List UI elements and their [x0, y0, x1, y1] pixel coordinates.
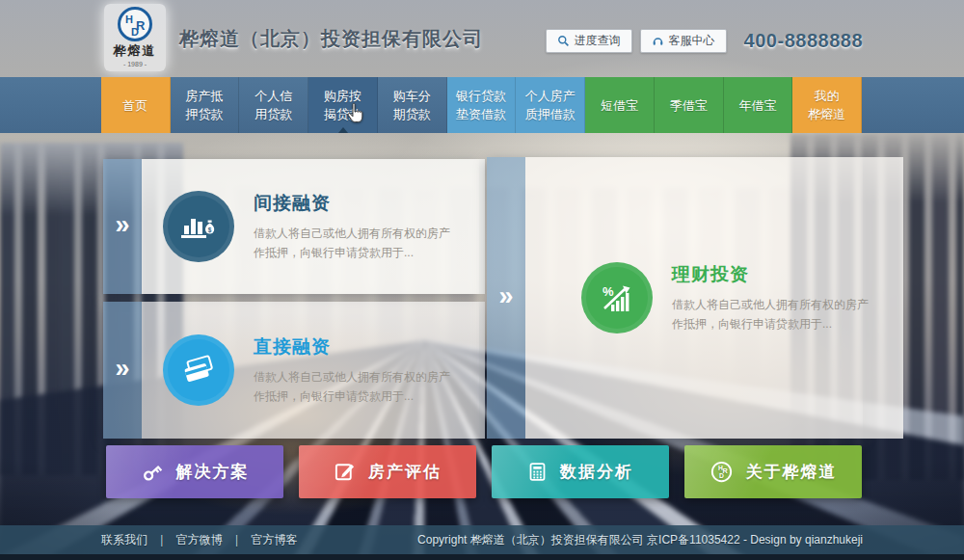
- about-company-button[interactable]: H R D 关于桦熔道: [684, 445, 862, 498]
- property-appraisal-button[interactable]: 房产评估: [299, 445, 476, 498]
- card-arrow-strip[interactable]: »: [103, 159, 142, 294]
- svg-text:D: D: [718, 472, 725, 479]
- desc-line: 作抵押，向银行申请贷款用于...: [254, 389, 414, 403]
- nav-item-short-term-bao[interactable]: 短借宝: [585, 77, 655, 133]
- card-description: 借款人将自己或他人拥有所有权的房产 作抵押，向银行申请贷款用于...: [672, 295, 903, 333]
- card-arrow-strip[interactable]: »: [103, 302, 142, 439]
- nav-label: 季借宝: [670, 96, 708, 115]
- calculator-icon: [527, 461, 548, 483]
- homepage: H R D 桦熔道 - 1989 - 桦熔道（北京）投资担保有限公司 进度查询 …: [0, 0, 964, 560]
- header: H R D 桦熔道 - 1989 - 桦熔道（北京）投资担保有限公司 进度查询 …: [0, 0, 964, 77]
- footer-separator: ｜: [231, 532, 243, 548]
- desc-line: 作抵押，向银行申请贷款用于...: [254, 246, 414, 259]
- nav-label: 年借宝: [738, 96, 776, 115]
- card-text: 理财投资 借款人将自己或他人拥有所有权的房产 作抵押，向银行申请贷款用于...: [672, 262, 903, 333]
- data-analysis-button[interactable]: 数据分析: [492, 445, 669, 498]
- bar-chart-money-icon: $: [163, 191, 234, 262]
- solutions-button[interactable]: 解决方案: [106, 445, 283, 498]
- nav-item-bank-bridge-loan[interactable]: 银行贷款 垫资借款: [447, 77, 517, 133]
- quick-action-row: 解决方案 房产评估 数据分析 H: [106, 445, 862, 498]
- header-actions: 进度查询 客服中心 400-8888888: [546, 29, 863, 53]
- logo-letter-h: H: [125, 14, 133, 25]
- copyright-text: Copyright 桦熔道（北京）投资担保有限公司 京ICP备11035422 …: [417, 532, 863, 548]
- svg-text:$: $: [208, 227, 212, 234]
- direct-financing-card[interactable]: » 直接融资 借款人将自己或他人拥有所有权的房产: [103, 302, 479, 439]
- action-label: 房产评估: [368, 461, 442, 483]
- logo-year: - 1989 -: [123, 61, 147, 67]
- nav-item-home[interactable]: 首页: [101, 77, 171, 133]
- logo-letter-d: D: [131, 27, 139, 38]
- card-title[interactable]: 直接融资: [254, 334, 485, 360]
- footer-separator: ｜: [156, 532, 168, 548]
- action-label: 解决方案: [176, 461, 250, 483]
- nav-label: 首页: [122, 96, 147, 115]
- nav-item-property-mortgage-loan[interactable]: 房产抵 押贷款: [171, 77, 240, 133]
- desc-line: 作抵押，向银行申请贷款用于...: [672, 317, 832, 331]
- nav-item-home-purchase-loan[interactable]: 购房按 揭贷款: [308, 77, 378, 133]
- pencil-square-icon: [334, 461, 356, 483]
- card-description: 借款人将自己或他人拥有所有权的房产 作抵押，向银行申请贷款用于...: [254, 367, 485, 406]
- chevron-right-icon: »: [115, 212, 129, 242]
- main-navigation: 首页 房产抵 押贷款 个人信 用贷款 购房按 揭贷款 购车分 期贷款 银行贷款 …: [0, 77, 964, 133]
- nav-label: 垫资借款: [456, 105, 506, 123]
- desc-line: 借款人将自己或他人拥有所有权的房产: [672, 298, 869, 311]
- desc-line: 借款人将自己或他人拥有所有权的房产: [254, 370, 450, 384]
- nav-item-personal-credit-loan[interactable]: 个人信 用贷款: [239, 77, 308, 133]
- card-description: 借款人将自己或他人拥有所有权的房产 作抵押，向银行申请贷款用于...: [254, 224, 485, 262]
- investment-card[interactable]: » % 理财投资 借款人将自己或他人: [487, 157, 863, 439]
- cursor-hand-icon: [345, 102, 366, 125]
- nav-item-my-account[interactable]: 我的 桦熔道: [792, 77, 862, 133]
- finance-panel: » $ 间接融资 借款人将自: [103, 159, 479, 439]
- card-body: $ 间接融资 借款人将自己或他人拥有所有权的房产 作抵押，向银行申请贷款用于..…: [142, 159, 485, 294]
- nav-label: 个人房产: [525, 87, 576, 105]
- service-center-label: 客服中心: [669, 33, 715, 49]
- footer: 联系我们 ｜ 官方微博 ｜ 官方博客 Copyright 桦熔道（北京）投资担保…: [0, 525, 964, 554]
- nav-label: 购车分: [393, 87, 431, 105]
- nav-label: 我的: [815, 87, 840, 105]
- nav-label: 桦熔道: [808, 105, 845, 123]
- nav-item-property-pledge-loan[interactable]: 个人房产 质押借款: [516, 77, 585, 133]
- chevron-right-icon: »: [498, 283, 513, 313]
- credit-cards-icon: [163, 334, 234, 406]
- card-body: 直接融资 借款人将自己或他人拥有所有权的房产 作抵押，向银行申请贷款用于...: [142, 302, 485, 439]
- card-text: 直接融资 借款人将自己或他人拥有所有权的房产 作抵押，向银行申请贷款用于...: [254, 334, 485, 406]
- progress-query-button[interactable]: 进度查询: [546, 29, 632, 53]
- nav-item-car-installment-loan[interactable]: 购车分 期贷款: [378, 77, 447, 133]
- indirect-financing-card[interactable]: » $ 间接融资 借款人将自: [103, 159, 479, 294]
- chevron-right-icon: »: [115, 356, 129, 386]
- desc-line: 借款人将自己或他人拥有所有权的房产: [254, 227, 450, 240]
- nav-item-annual-bao[interactable]: 年借宝: [724, 77, 793, 133]
- card-body: % 理财投资 借款人将自己或他人拥有所有权的房产 作抵押，向银行申请贷款用于..…: [525, 157, 903, 439]
- hrd-monogram-icon: H R D: [118, 7, 152, 41]
- nav-label: 期贷款: [393, 105, 431, 123]
- nav-label: 押贷款: [186, 105, 224, 123]
- page-title: 桦熔道（北京）投资担保有限公司: [179, 26, 483, 52]
- footer-link-official-blog[interactable]: 官方博客: [252, 532, 298, 548]
- hrd-logo-icon: H R D: [710, 460, 734, 484]
- nav-label: 个人信: [254, 87, 292, 105]
- card-title[interactable]: 理财投资: [672, 262, 903, 287]
- bottom-strip: [0, 554, 964, 560]
- nav-items: 首页 房产抵 押贷款 个人信 用贷款 购房按 揭贷款 购车分 期贷款 银行贷款 …: [101, 77, 862, 133]
- card-text: 间接融资 借款人将自己或他人拥有所有权的房产 作抵押，向银行申请贷款用于...: [254, 191, 485, 262]
- nav-label: 短借宝: [601, 96, 638, 115]
- key-icon: [141, 461, 164, 484]
- action-label: 数据分析: [560, 461, 633, 483]
- nav-item-quarterly-bao[interactable]: 季借宝: [655, 77, 724, 133]
- nav-label: 质押借款: [525, 105, 576, 123]
- footer-links: 联系我们 ｜ 官方微博 ｜ 官方博客: [101, 532, 298, 548]
- logo-name: 桦熔道: [114, 42, 157, 60]
- svg-text:%: %: [602, 284, 614, 299]
- footer-link-contact-us[interactable]: 联系我们: [101, 532, 147, 548]
- nav-label: 房产抵: [186, 87, 224, 105]
- service-center-button[interactable]: 客服中心: [640, 29, 727, 53]
- card-title[interactable]: 间接融资: [254, 191, 485, 216]
- nav-label: 用贷款: [254, 105, 292, 123]
- nav-hover-notch: [338, 127, 348, 133]
- progress-query-label: 进度查询: [575, 33, 621, 49]
- card-arrow-strip[interactable]: »: [487, 157, 525, 439]
- footer-link-official-weibo[interactable]: 官方微博: [176, 532, 223, 548]
- company-logo[interactable]: H R D 桦熔道 - 1989 -: [104, 4, 166, 71]
- percent-growth-icon: %: [581, 262, 653, 333]
- search-icon: [557, 35, 570, 47]
